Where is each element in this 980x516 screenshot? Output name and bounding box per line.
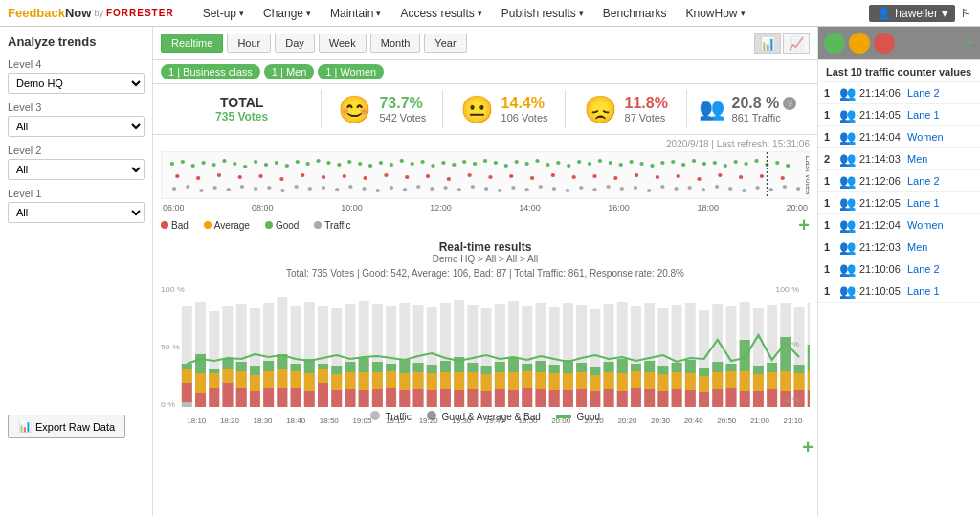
svg-point-56	[754, 159, 758, 163]
svg-rect-274	[535, 372, 546, 389]
svg-rect-148	[195, 393, 206, 407]
svg-point-127	[674, 187, 678, 191]
chart-type-line-button[interactable]: 📈	[783, 33, 810, 54]
svg-point-44	[629, 160, 633, 164]
svg-rect-239	[440, 372, 451, 389]
x-axis-label: 18:50	[320, 416, 339, 425]
user-menu-button[interactable]: 👤 haweller ▾	[869, 5, 955, 22]
tab-day[interactable]: Day	[275, 34, 315, 53]
svg-rect-225	[399, 360, 410, 373]
nav-publish-results[interactable]: Publish results ▾	[492, 0, 593, 27]
nav-maintain[interactable]: Maintain ▾	[321, 0, 390, 27]
filter-tag-business[interactable]: 1 | Business class	[161, 64, 260, 79]
nav-benchmarks[interactable]: Benchmarks	[593, 0, 677, 27]
svg-rect-185	[291, 364, 301, 371]
svg-point-110	[443, 186, 447, 190]
svg-text:50 %: 50 %	[780, 339, 799, 348]
svg-rect-199	[331, 374, 342, 390]
time-label: 16:00	[608, 203, 630, 213]
svg-rect-168	[250, 391, 260, 407]
svg-rect-305	[617, 359, 628, 373]
nav-user: 👤 haweller ▾ 🏳	[869, 5, 972, 22]
svg-text:100 %: 100 %	[775, 284, 799, 294]
tab-realtime[interactable]: Realtime	[161, 34, 223, 53]
export-raw-data-button[interactable]: 📊 Export Raw Data	[8, 415, 125, 438]
svg-point-69	[363, 176, 367, 180]
tab-week[interactable]: Week	[319, 34, 367, 53]
svg-point-112	[471, 185, 475, 189]
svg-rect-310	[631, 364, 641, 371]
svg-point-122	[606, 185, 610, 189]
x-axis-label: 21:00	[750, 416, 769, 425]
traffic-lane: Lane 2	[907, 175, 940, 187]
svg-rect-253	[481, 391, 492, 407]
chart-subtitle: Demo HQ > All > All > All	[161, 254, 810, 264]
svg-rect-299	[604, 372, 614, 389]
svg-rect-145	[182, 364, 192, 369]
svg-rect-204	[345, 372, 355, 389]
tab-month[interactable]: Month	[370, 34, 421, 53]
nav-change[interactable]: Change ▾	[254, 0, 321, 27]
svg-rect-169	[250, 375, 260, 391]
traffic-count: 2	[824, 153, 835, 165]
svg-point-136	[796, 187, 800, 191]
nav-setup[interactable]: Set-up ▾	[193, 0, 254, 27]
svg-rect-345	[726, 364, 737, 371]
svg-point-51	[702, 162, 706, 166]
level1-select[interactable]: All	[8, 202, 145, 223]
svg-rect-149	[195, 373, 206, 393]
nav-access-results[interactable]: Access results ▾	[390, 0, 491, 27]
add-element-button[interactable]: +	[802, 437, 813, 459]
svg-rect-188	[304, 391, 315, 407]
people-icon: 👥	[839, 173, 856, 189]
svg-rect-198	[331, 390, 342, 407]
filter-tag-men[interactable]: 1 | Men	[264, 64, 315, 79]
svg-point-95	[240, 185, 244, 189]
nav-items: Set-up ▾ Change ▾ Maintain ▾ Access resu…	[193, 0, 870, 27]
svg-rect-179	[277, 369, 287, 388]
x-axis-label: 18:10	[187, 416, 206, 425]
traffic-count: 1	[824, 109, 835, 121]
tab-hour[interactable]: Hour	[227, 34, 271, 53]
chevron-down-icon: ▾	[478, 9, 482, 18]
x-axis-label: 19:20	[419, 416, 438, 425]
tab-year[interactable]: Year	[424, 34, 466, 53]
svg-rect-144	[182, 369, 192, 383]
traffic-list-item: 1 👥 21:12:03 Men	[818, 236, 980, 258]
people-icon: 👥	[839, 283, 856, 299]
svg-point-24	[420, 160, 424, 164]
people-icon: 👥	[839, 107, 856, 123]
level3-select[interactable]: All	[8, 116, 145, 137]
svg-point-113	[484, 187, 488, 191]
chart-legend: Bad Average Good Traffic +	[161, 214, 810, 236]
svg-rect-153	[209, 388, 219, 407]
level4-select[interactable]: Demo HQ	[8, 73, 145, 94]
traffic-list-item: 1 👥 21:14:06 Lane 2	[818, 82, 980, 104]
svg-rect-229	[413, 372, 424, 389]
traffic-list-item: 1 👥 21:12:04 Women	[818, 214, 980, 236]
date-refresh: 2020/9/18 | Last refresh: 15:31:06	[161, 139, 810, 149]
x-axis-label: 19:40	[485, 416, 504, 425]
x-axis-label: 18:20	[220, 416, 239, 425]
chart-type-bar-button[interactable]: 📊	[754, 33, 781, 54]
chevron-down-icon: ▾	[741, 9, 746, 18]
svg-point-67	[322, 175, 325, 179]
time-label: 14:00	[519, 203, 541, 213]
add-traffic-button[interactable]: +	[964, 34, 974, 54]
add-chart-button[interactable]: +	[798, 214, 810, 236]
svg-rect-354	[753, 374, 764, 391]
svg-rect-290	[576, 363, 587, 372]
svg-point-86	[718, 173, 722, 177]
help-icon[interactable]: ?	[783, 97, 796, 110]
svg-rect-309	[631, 371, 641, 388]
traffic-label: 861 Traffic	[732, 112, 797, 123]
export-icon: 📊	[18, 420, 32, 433]
svg-point-15	[326, 161, 330, 165]
svg-rect-208	[359, 390, 369, 407]
x-axis-label: 19:30	[452, 416, 471, 425]
nav-knowhow[interactable]: KnowHow ▾	[677, 0, 755, 27]
svg-point-72	[426, 174, 430, 178]
svg-rect-313	[644, 389, 655, 407]
level2-select[interactable]: All	[8, 159, 145, 180]
filter-tag-women[interactable]: 1 | Women	[318, 64, 384, 79]
